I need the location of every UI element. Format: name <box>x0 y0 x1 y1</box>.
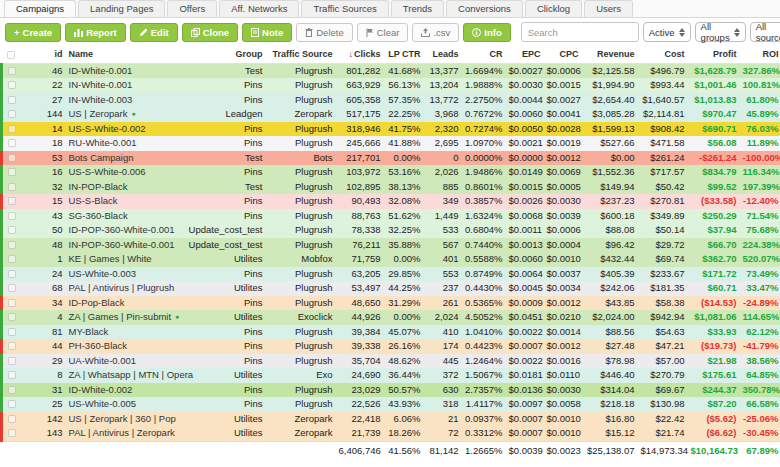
row-checkbox[interactable] <box>8 415 16 423</box>
cell-revenue: $2,125.58 <box>582 63 638 78</box>
cell-roi: -30.45% <box>740 426 780 441</box>
row-checkbox[interactable] <box>8 226 16 234</box>
tab-campaigns[interactable]: Campaigns <box>4 0 76 17</box>
cell-cr: 4.5052% <box>462 310 506 325</box>
edit-button[interactable]: Edit <box>130 23 178 42</box>
table-row[interactable]: 25 US-White-0.005 Pins Plugrush 22,526 4… <box>2 397 780 412</box>
col-header-id[interactable]: id <box>30 46 66 63</box>
table-row[interactable]: 53 Bots Campaign Test Bots 217,701 0.00%… <box>2 151 780 166</box>
cell-id: 68 <box>30 281 66 296</box>
table-row[interactable]: 27 IN-White-0.003 Pins Plugrush 605,358 … <box>2 93 780 108</box>
table-row[interactable]: 24 US-White-0.003 Pins Plugrush 63,205 2… <box>2 267 780 282</box>
table-row[interactable]: 32 IN-POP-Black Test Plugrush 102,895 38… <box>2 180 780 195</box>
row-checkbox[interactable] <box>8 168 16 176</box>
cell-profit: $250.29 <box>688 209 740 224</box>
col-header-cost[interactable]: Cost <box>638 46 688 63</box>
row-checkbox[interactable] <box>8 110 16 118</box>
table-row[interactable]: 34 ID-Pop-Black Pins Plugrush 48,650 31.… <box>2 296 780 311</box>
table-row[interactable]: 16 US-S-White-0.006 Pins Plugrush 103,97… <box>2 165 780 180</box>
table-row[interactable]: 31 ID-White-0.002 Pins Plugrush 23,029 5… <box>2 383 780 398</box>
table-row[interactable]: 8 ZA | Whatsapp | MTN | Opera Utilites E… <box>2 368 780 383</box>
row-checkbox[interactable] <box>8 241 16 249</box>
col-header-roi[interactable]: ROI <box>740 46 780 63</box>
table-row[interactable]: 14 US-S-White-0.002 Pins Plugrush 318,94… <box>2 122 780 137</box>
tab-offers[interactable]: Offers <box>167 0 217 17</box>
row-checkbox[interactable] <box>8 284 16 292</box>
table-row[interactable]: 44 PH-360-Black Pins Plugrush 39,338 26.… <box>2 339 780 354</box>
col-header-cpc[interactable]: CPC <box>544 46 582 63</box>
tab-landing-pages[interactable]: Landing Pages <box>78 0 165 17</box>
row-checkbox[interactable] <box>8 342 16 350</box>
table-row[interactable]: 18 RU-White-0.001 Pins Plugrush 245,666 … <box>2 136 780 151</box>
row-checkbox[interactable] <box>8 81 16 89</box>
col-header-cr[interactable]: CR <box>462 46 506 63</box>
table-row[interactable]: 1 KE | Games | White Utilites Mobfox 71,… <box>2 252 780 267</box>
row-checkbox[interactable] <box>8 328 16 336</box>
table-row[interactable]: 144 US | Zeropark● Leadgen Zeropark 517,… <box>2 107 780 122</box>
row-checkbox[interactable] <box>8 371 16 379</box>
row-checkbox[interactable] <box>8 270 16 278</box>
table-row[interactable]: 68 PAL | Antivirus | Plugrush Utilites P… <box>2 281 780 296</box>
row-checkbox[interactable] <box>8 197 16 205</box>
table-row[interactable]: 22 IN-White-0.001 Pins Plugrush 663,929 … <box>2 78 780 93</box>
col-header-lp-ctr[interactable]: LP CTR <box>384 46 424 63</box>
cell-revenue: $314.04 <box>582 383 638 398</box>
row-checkbox[interactable] <box>8 400 16 408</box>
table-row[interactable]: 15 US-S-Black Pins Plugrush 90,493 32.08… <box>2 194 780 209</box>
table-row[interactable]: 46 ID-White-0.001 Test Plugrush 801,282 … <box>2 63 780 78</box>
create-button[interactable]: +Create <box>5 23 61 42</box>
tab-aff-networks[interactable]: Aff. Networks <box>219 0 299 17</box>
note-button[interactable]: Note <box>242 23 292 42</box>
tab-users[interactable]: Users <box>584 0 633 17</box>
search-input[interactable] <box>521 22 639 42</box>
col-header-profit[interactable]: Profit <box>688 46 740 63</box>
source-filter-select[interactable]: All sources <box>750 22 780 42</box>
col-header-group[interactable]: Group <box>186 46 266 63</box>
row-checkbox[interactable] <box>8 255 16 263</box>
info-button[interactable]: Info <box>463 23 510 42</box>
cell-lp-ctr: 41.88% <box>384 136 424 151</box>
table-row[interactable]: 50 ID-POP-360-White-0.001 Update_cost_te… <box>2 223 780 238</box>
tab-trends[interactable]: Trends <box>391 0 444 17</box>
col-header-traffic-source[interactable]: Traffic Source <box>266 46 336 63</box>
row-checkbox[interactable] <box>8 154 16 162</box>
row-checkbox[interactable] <box>8 67 16 75</box>
table-row[interactable]: 43 SG-360-Black Pins Plugrush 88,763 51.… <box>2 209 780 224</box>
row-checkbox[interactable] <box>8 299 16 307</box>
row-checkbox[interactable] <box>8 313 16 321</box>
col-header-revenue[interactable]: Revenue <box>582 46 638 63</box>
report-button[interactable]: Report <box>65 23 126 42</box>
delete-button[interactable]: Delete <box>296 23 352 42</box>
table-row[interactable]: 142 US | Zeropark | 360 | Pop Utilites Z… <box>2 412 780 427</box>
status-filter-select[interactable]: Active <box>643 22 691 42</box>
select-all-checkbox[interactable] <box>7 51 15 59</box>
table-row[interactable]: 48 IN-POP-360-White-0.001 Update_cost_te… <box>2 238 780 253</box>
col-header-name[interactable]: Name <box>66 46 186 63</box>
export-csv-button[interactable]: .csv <box>412 23 459 42</box>
cell-epc: $0.0000 <box>506 151 544 166</box>
clone-button[interactable]: Clone <box>182 23 238 42</box>
row-checkbox[interactable] <box>8 386 16 394</box>
tab-traffic-sources[interactable]: Traffic Sources <box>301 0 388 17</box>
row-checkbox[interactable] <box>8 212 16 220</box>
table-row[interactable]: 81 MY-Black Pins Plugrush 39,384 45.07% … <box>2 325 780 340</box>
group-filter-select[interactable]: All groups <box>695 22 746 42</box>
cell-clicks: 801,282 <box>336 63 384 78</box>
clear-button[interactable]: Clear <box>357 23 409 42</box>
tab-clicklog[interactable]: Clicklog <box>525 0 582 17</box>
table-row[interactable]: 4 ZA | Games | Pin-submit● Utilites Exoc… <box>2 310 780 325</box>
cell-leads: 261 <box>424 296 462 311</box>
row-checkbox[interactable] <box>8 139 16 147</box>
row-checkbox[interactable] <box>8 357 16 365</box>
tab-conversions[interactable]: Conversions <box>446 0 523 17</box>
col-header-leads[interactable]: Leads <box>424 46 462 63</box>
col-header-clicks[interactable]: ↓Clicks <box>336 46 384 63</box>
cell-name: PAL | Antivirus | Plugrush <box>66 281 186 296</box>
row-checkbox[interactable] <box>8 96 16 104</box>
table-row[interactable]: 29 UA-White-0.001 Pins Plugrush 35,704 4… <box>2 354 780 369</box>
row-checkbox[interactable] <box>8 125 16 133</box>
table-row[interactable]: 143 PAL | Antivirus | Zeropark Utilites … <box>2 426 780 441</box>
col-header-epc[interactable]: EPC <box>506 46 544 63</box>
row-checkbox[interactable] <box>8 429 16 437</box>
row-checkbox[interactable] <box>8 183 16 191</box>
